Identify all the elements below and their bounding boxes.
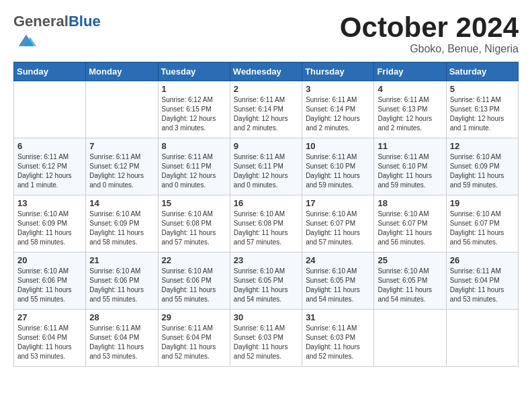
day-info: Sunrise: 6:10 AM Sunset: 6:09 PM Dayligh…	[450, 152, 515, 190]
day-number: 26	[450, 255, 515, 265]
day-info: Sunrise: 6:11 AM Sunset: 6:13 PM Dayligh…	[378, 95, 442, 133]
day-info: Sunrise: 6:10 AM Sunset: 6:09 PM Dayligh…	[89, 210, 154, 247]
day-info: Sunrise: 6:11 AM Sunset: 6:12 PM Dayligh…	[17, 152, 82, 190]
day-info: Sunrise: 6:11 AM Sunset: 6:04 PM Dayligh…	[162, 324, 226, 361]
day-info: Sunrise: 6:11 AM Sunset: 6:04 PM Dayligh…	[450, 267, 515, 304]
day-info: Sunrise: 6:10 AM Sunset: 6:07 PM Dayligh…	[378, 210, 442, 247]
calendar-table: SundayMondayTuesdayWednesdayThursdayFrid…	[13, 62, 519, 367]
calendar-cell	[14, 81, 86, 138]
day-number: 11	[378, 141, 442, 151]
day-info: Sunrise: 6:10 AM Sunset: 6:07 PM Dayligh…	[306, 210, 370, 247]
calendar-cell: 10Sunrise: 6:11 AM Sunset: 6:10 PM Dayli…	[302, 138, 374, 195]
day-number: 15	[162, 198, 226, 208]
calendar-cell	[374, 310, 446, 367]
calendar-cell	[86, 81, 158, 138]
weekday-header: Wednesday	[230, 62, 302, 81]
calendar-cell: 31Sunrise: 6:11 AM Sunset: 6:03 PM Dayli…	[302, 310, 374, 367]
logo-general-text: General	[13, 13, 69, 30]
day-info: Sunrise: 6:10 AM Sunset: 6:05 PM Dayligh…	[306, 267, 370, 304]
day-info: Sunrise: 6:10 AM Sunset: 6:09 PM Dayligh…	[17, 210, 82, 247]
day-number: 30	[234, 312, 298, 322]
day-number: 3	[306, 84, 370, 94]
day-number: 21	[89, 255, 154, 265]
weekday-header: Thursday	[302, 62, 374, 81]
calendar-cell: 23Sunrise: 6:10 AM Sunset: 6:05 PM Dayli…	[230, 253, 302, 310]
calendar-cell: 6Sunrise: 6:11 AM Sunset: 6:12 PM Daylig…	[14, 138, 86, 195]
day-info: Sunrise: 6:10 AM Sunset: 6:06 PM Dayligh…	[162, 267, 226, 304]
day-info: Sunrise: 6:11 AM Sunset: 6:10 PM Dayligh…	[306, 152, 370, 190]
weekday-header: Friday	[374, 62, 446, 81]
month-title: October 2024	[340, 13, 519, 42]
day-info: Sunrise: 6:10 AM Sunset: 6:08 PM Dayligh…	[234, 210, 298, 247]
weekday-header: Monday	[86, 62, 158, 81]
calendar-cell: 20Sunrise: 6:10 AM Sunset: 6:06 PM Dayli…	[14, 253, 86, 310]
day-info: Sunrise: 6:11 AM Sunset: 6:11 PM Dayligh…	[162, 152, 226, 190]
day-number: 5	[450, 84, 515, 94]
page-header: GeneralBlue October 2024 Gboko, Benue, N…	[13, 13, 519, 55]
day-number: 1	[162, 84, 226, 94]
day-number: 17	[306, 198, 370, 208]
calendar-cell: 28Sunrise: 6:11 AM Sunset: 6:04 PM Dayli…	[86, 310, 158, 367]
day-info: Sunrise: 6:11 AM Sunset: 6:14 PM Dayligh…	[306, 95, 370, 133]
calendar-cell: 30Sunrise: 6:11 AM Sunset: 6:03 PM Dayli…	[230, 310, 302, 367]
day-number: 2	[234, 84, 298, 94]
day-number: 12	[450, 141, 515, 151]
day-number: 16	[234, 198, 298, 208]
calendar-cell: 17Sunrise: 6:10 AM Sunset: 6:07 PM Dayli…	[302, 195, 374, 253]
day-number: 6	[17, 141, 82, 151]
calendar-cell: 1Sunrise: 6:12 AM Sunset: 6:15 PM Daylig…	[158, 81, 230, 138]
day-info: Sunrise: 6:10 AM Sunset: 6:05 PM Dayligh…	[378, 267, 442, 304]
day-info: Sunrise: 6:10 AM Sunset: 6:06 PM Dayligh…	[89, 267, 154, 304]
calendar-cell	[446, 310, 518, 367]
calendar-week-row: 6Sunrise: 6:11 AM Sunset: 6:12 PM Daylig…	[14, 138, 519, 195]
title-block: October 2024 Gboko, Benue, Nigeria	[340, 13, 519, 55]
day-number: 7	[89, 141, 154, 151]
day-number: 27	[17, 312, 82, 322]
day-number: 28	[89, 312, 154, 322]
calendar-cell: 12Sunrise: 6:10 AM Sunset: 6:09 PM Dayli…	[446, 138, 518, 195]
day-info: Sunrise: 6:11 AM Sunset: 6:11 PM Dayligh…	[234, 152, 298, 190]
calendar-header-row: SundayMondayTuesdayWednesdayThursdayFrid…	[14, 62, 519, 81]
day-info: Sunrise: 6:10 AM Sunset: 6:08 PM Dayligh…	[162, 210, 226, 247]
calendar-cell: 21Sunrise: 6:10 AM Sunset: 6:06 PM Dayli…	[86, 253, 158, 310]
calendar-cell: 13Sunrise: 6:10 AM Sunset: 6:09 PM Dayli…	[14, 195, 86, 253]
day-info: Sunrise: 6:11 AM Sunset: 6:04 PM Dayligh…	[89, 324, 154, 361]
calendar-cell: 16Sunrise: 6:10 AM Sunset: 6:08 PM Dayli…	[230, 195, 302, 253]
logo: GeneralBlue	[13, 13, 101, 52]
calendar-cell: 7Sunrise: 6:11 AM Sunset: 6:12 PM Daylig…	[86, 138, 158, 195]
day-number: 20	[17, 255, 82, 265]
calendar-week-row: 13Sunrise: 6:10 AM Sunset: 6:09 PM Dayli…	[14, 195, 519, 253]
day-number: 10	[306, 141, 370, 151]
day-number: 29	[162, 312, 226, 322]
day-number: 23	[234, 255, 298, 265]
location-subtitle: Gboko, Benue, Nigeria	[340, 43, 519, 55]
calendar-cell: 18Sunrise: 6:10 AM Sunset: 6:07 PM Dayli…	[374, 195, 446, 253]
day-number: 31	[306, 312, 370, 322]
calendar-cell: 26Sunrise: 6:11 AM Sunset: 6:04 PM Dayli…	[446, 253, 518, 310]
day-info: Sunrise: 6:11 AM Sunset: 6:14 PM Dayligh…	[234, 95, 298, 133]
day-info: Sunrise: 6:11 AM Sunset: 6:03 PM Dayligh…	[306, 324, 370, 361]
logo-icon	[16, 30, 36, 50]
calendar-cell: 2Sunrise: 6:11 AM Sunset: 6:14 PM Daylig…	[230, 81, 302, 138]
weekday-header: Tuesday	[158, 62, 230, 81]
day-info: Sunrise: 6:11 AM Sunset: 6:13 PM Dayligh…	[450, 95, 515, 133]
calendar-week-row: 20Sunrise: 6:10 AM Sunset: 6:06 PM Dayli…	[14, 253, 519, 310]
calendar-week-row: 27Sunrise: 6:11 AM Sunset: 6:04 PM Dayli…	[14, 310, 519, 367]
day-number: 18	[378, 198, 442, 208]
day-info: Sunrise: 6:10 AM Sunset: 6:05 PM Dayligh…	[234, 267, 298, 304]
day-info: Sunrise: 6:11 AM Sunset: 6:12 PM Dayligh…	[89, 152, 154, 190]
calendar-cell: 22Sunrise: 6:10 AM Sunset: 6:06 PM Dayli…	[158, 253, 230, 310]
day-number: 22	[162, 255, 226, 265]
day-number: 24	[306, 255, 370, 265]
calendar-cell: 9Sunrise: 6:11 AM Sunset: 6:11 PM Daylig…	[230, 138, 302, 195]
day-info: Sunrise: 6:10 AM Sunset: 6:06 PM Dayligh…	[17, 267, 82, 304]
calendar-cell: 24Sunrise: 6:10 AM Sunset: 6:05 PM Dayli…	[302, 253, 374, 310]
weekday-header: Sunday	[14, 62, 86, 81]
day-info: Sunrise: 6:10 AM Sunset: 6:07 PM Dayligh…	[450, 210, 515, 247]
day-number: 19	[450, 198, 515, 208]
day-number: 14	[89, 198, 154, 208]
day-info: Sunrise: 6:12 AM Sunset: 6:15 PM Dayligh…	[162, 95, 226, 133]
day-number: 8	[162, 141, 226, 151]
calendar-cell: 3Sunrise: 6:11 AM Sunset: 6:14 PM Daylig…	[302, 81, 374, 138]
day-number: 9	[234, 141, 298, 151]
